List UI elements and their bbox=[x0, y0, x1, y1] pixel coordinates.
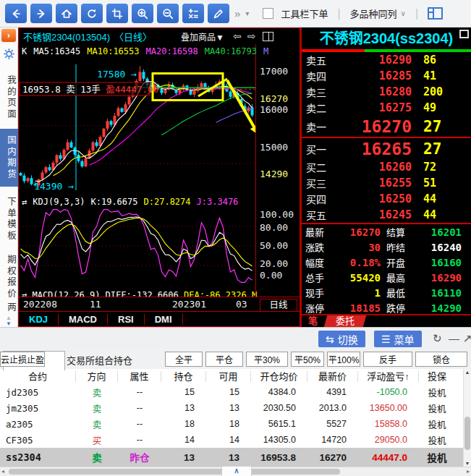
scroll-right-icon[interactable]: ▸ bbox=[467, 468, 470, 475]
bid-row-1[interactable]: 买一1626527 bbox=[302, 138, 471, 159]
table-row[interactable]: jm2305卖--13132030.502013.013650.00投机 bbox=[0, 400, 463, 416]
toolbar-order-checkbox[interactable] bbox=[263, 8, 273, 19]
tab-rsi[interactable]: RSI bbox=[108, 314, 145, 325]
lock-position-button[interactable]: 锁仓 bbox=[415, 352, 467, 367]
multi-symbol-caret[interactable]: ∨ bbox=[401, 9, 406, 17]
x-tick: 03 bbox=[236, 299, 247, 310]
ask-row-3[interactable]: 卖三16280200 bbox=[302, 84, 471, 100]
gear-icon[interactable] bbox=[3, 48, 15, 60]
cloud-stop-button[interactable]: 云止损止盈 bbox=[0, 352, 45, 367]
tab-macd[interactable]: MACD bbox=[59, 314, 108, 325]
table-row[interactable]: a2305卖--18185615.1552715858.0投机 bbox=[0, 416, 463, 432]
col-attribute[interactable]: 属性 bbox=[118, 371, 161, 382]
col-contract[interactable]: 合约 bbox=[0, 371, 76, 382]
ask-row-5[interactable]: 卖五1629086 bbox=[302, 52, 471, 68]
tab-dmi[interactable]: DMI bbox=[145, 314, 183, 325]
sidebar-scroll-arrows[interactable]: ▲ ▼ bbox=[0, 315, 17, 327]
tab-orders[interactable]: 委托 bbox=[324, 315, 367, 327]
col-avg-price[interactable]: 开仓均价 bbox=[251, 371, 307, 382]
kdj-chart[interactable] bbox=[19, 209, 255, 290]
quote-title: 不锈钢2304(ss2304) bbox=[302, 27, 471, 49]
ask-row-1[interactable]: 卖一1627027 bbox=[302, 116, 471, 137]
forward-button[interactable] bbox=[30, 4, 52, 23]
bid-row-2[interactable]: 买二1626072 bbox=[302, 159, 471, 175]
reverse-button[interactable]: 反手 bbox=[363, 352, 412, 367]
close-position-button[interactable]: 平仓 bbox=[205, 352, 243, 367]
switch-button[interactable]: ⇆切换 bbox=[318, 331, 365, 347]
chart-symbol[interactable]: 不锈钢2304(013504) bbox=[23, 30, 110, 43]
bid-row-5[interactable]: 买五1624544 bbox=[302, 207, 471, 223]
sidebar-item-order-template[interactable]: 下单模板 bbox=[0, 197, 18, 242]
scrollbar-thumb[interactable] bbox=[464, 417, 470, 450]
stat-value: 16110 bbox=[415, 287, 467, 299]
zoom-out-button[interactable] bbox=[157, 4, 179, 23]
back-button[interactable] bbox=[5, 4, 27, 23]
buy-sell-ratio-bar bbox=[302, 49, 471, 52]
minimize-icon[interactable]: — bbox=[449, 332, 459, 344]
tab-tick[interactable]: 笔 bbox=[302, 315, 324, 327]
kdj-axis-0: 0.00 bbox=[260, 270, 282, 281]
scroll-down-icon[interactable]: ▼ bbox=[464, 461, 471, 466]
table-row-selected[interactable]: ss2304卖昨仓131316953.81627044447.0投机 bbox=[0, 448, 463, 467]
bid-row-3[interactable]: 买三1625551 bbox=[302, 175, 471, 191]
crop-button[interactable] bbox=[106, 4, 128, 23]
popout-icon[interactable] bbox=[459, 30, 469, 38]
menu-button[interactable]: ☰菜单 bbox=[374, 331, 422, 347]
multi-symbol-label[interactable]: 多品种同列 bbox=[350, 7, 397, 20]
ask-row-2[interactable]: 卖二1627549 bbox=[302, 100, 471, 116]
ask-row-4[interactable]: 卖四1628541 bbox=[302, 68, 471, 84]
scrollbar-thumb[interactable] bbox=[9, 469, 340, 475]
zoom-in-button[interactable] bbox=[132, 4, 153, 23]
prev-symbol-icon[interactable]: ⇦ bbox=[233, 30, 242, 42]
close-100-button[interactable]: 平100% bbox=[327, 352, 360, 367]
sidebar-item-my-pages[interactable]: 我的页面 bbox=[0, 75, 18, 120]
draw-button[interactable] bbox=[208, 4, 229, 23]
col-last-price[interactable]: 最新价 bbox=[307, 371, 358, 382]
col-direction[interactable]: 方向 bbox=[76, 371, 118, 382]
switch-icon: ⇆ bbox=[326, 333, 334, 345]
toolbar-more-chevron[interactable]: » bbox=[234, 7, 240, 20]
col-hedge-flag[interactable]: 投保 bbox=[419, 371, 455, 382]
close-30-button[interactable]: 平30% bbox=[246, 352, 288, 367]
layout-grid-icon[interactable] bbox=[428, 7, 443, 20]
stat-row: 幅度0.18% 开盘16160 bbox=[302, 255, 471, 270]
sidebar-launcher-button[interactable]: › bbox=[1, 29, 16, 42]
vertical-scrollbar[interactable]: ▲ ▼ bbox=[463, 369, 471, 467]
panel-expand-handle[interactable]: ∧ bbox=[221, 466, 252, 476]
bid-row-4[interactable]: 买四1625044 bbox=[302, 191, 471, 207]
ma5-label: MA5:16345 bbox=[33, 46, 80, 56]
expand-icon[interactable]: ↗ bbox=[463, 332, 471, 345]
col-floating-pnl[interactable]: 浮动盈亏↑ bbox=[358, 371, 419, 382]
ask-volume: 200 bbox=[412, 85, 467, 98]
macd-dea-value: DEA:-86.2326 M bbox=[184, 290, 257, 297]
scroll-left-icon[interactable]: ◂ bbox=[1, 468, 4, 475]
split-view-icon[interactable] bbox=[263, 32, 273, 41]
sidebar-item-domestic-futures[interactable]: 国内期货 bbox=[0, 129, 18, 187]
table-row[interactable]: CF305买--141414305.01472029050.0投机 bbox=[0, 432, 463, 448]
scroll-up-icon[interactable]: ▲ bbox=[464, 370, 471, 375]
close-all-button[interactable]: 全平 bbox=[165, 352, 203, 367]
formula-button[interactable] bbox=[182, 4, 204, 23]
sidebar-item-option-quotes[interactable]: 期权报价 bbox=[0, 255, 18, 299]
toolbar-dropdown-caret[interactable]: ▾ bbox=[245, 9, 249, 17]
tab-kdj[interactable]: KDJ bbox=[19, 314, 59, 325]
col-position[interactable]: 持仓 bbox=[161, 371, 206, 382]
swap-icon[interactable]: ⇄ bbox=[22, 197, 27, 207]
refresh-panel-icon[interactable]: ↻ bbox=[433, 332, 442, 345]
crop-icon bbox=[111, 8, 123, 20]
home-button[interactable] bbox=[56, 4, 77, 23]
refresh-button[interactable] bbox=[81, 4, 103, 23]
scroll-down-icon[interactable]: ▼ bbox=[0, 321, 17, 327]
col-available[interactable]: 可用 bbox=[206, 371, 251, 382]
close-50-button[interactable]: 平50% bbox=[291, 352, 324, 367]
overlay-symbol-dropdown[interactable]: 叠加商品▼ bbox=[181, 30, 224, 43]
next-symbol-icon[interactable]: ⇨ bbox=[247, 30, 256, 42]
table-row[interactable]: jd2305卖--15154384.04391-1050.0投机 bbox=[0, 384, 463, 400]
sidebar-item-clipped[interactable]: 两 bbox=[0, 302, 18, 314]
period-selector[interactable]: 日线 bbox=[260, 299, 297, 312]
bid-label: 买二 bbox=[306, 160, 332, 174]
stat-label: 最低 bbox=[386, 286, 415, 299]
chart-period[interactable]: 〈日线〉 bbox=[114, 30, 152, 43]
candlestick-chart[interactable] bbox=[19, 44, 255, 196]
stat-label: 结算 bbox=[386, 225, 415, 239]
